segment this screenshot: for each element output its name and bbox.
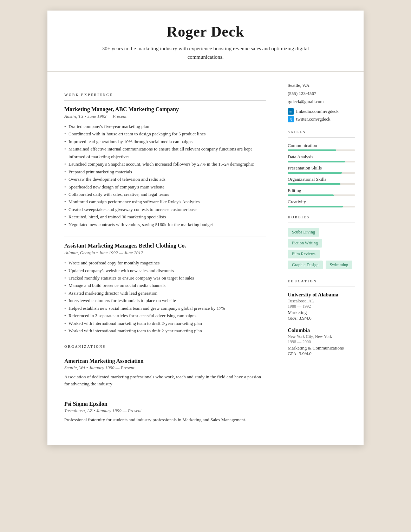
org-desc-1: Association of dedicated marketing profe… bbox=[64, 373, 266, 388]
skills-section: SKILLS Communication Data Analysis Prese… bbox=[288, 130, 355, 207]
hobbies-section: HOBBIES Scuba Diving Fiction Writing Fil… bbox=[288, 215, 355, 271]
org-desc-2: Professional fraternity for students and… bbox=[64, 416, 266, 424]
bullet: Maintained effective internal communicat… bbox=[64, 145, 266, 160]
skill-name-2: Presentation Skills bbox=[288, 165, 355, 171]
bullet: Negotiated new contracts with vendors, s… bbox=[64, 221, 266, 228]
contact-email: rgdeck@gmail.com bbox=[288, 98, 355, 106]
job-bullets-1: Drafted company's five-year marketing pl… bbox=[64, 123, 266, 228]
edu-location-1: New York City, New York bbox=[288, 334, 355, 339]
edu-block-0: University of Alabama Tuscaloosa, AL 198… bbox=[288, 292, 355, 321]
contact-city: Seattle, WA bbox=[288, 82, 355, 90]
job-block-2: Assistant Marketing Manager, Bethel Clot… bbox=[64, 243, 266, 334]
bullet: Collaborated daily with sales, creative,… bbox=[64, 191, 266, 198]
skill-row-4: Editing bbox=[288, 188, 355, 196]
skills-divider bbox=[288, 137, 355, 138]
skills-label: SKILLS bbox=[288, 130, 355, 134]
hobby-tag-2: Film Reviews bbox=[288, 250, 320, 258]
job-meta-1: Austin, TX • June 1992 — Present bbox=[64, 114, 266, 119]
candidate-name: Roger Deck bbox=[68, 23, 342, 40]
skill-bar-bg-3 bbox=[288, 183, 355, 185]
bullet: Recruited, hired, and trained 30 marketi… bbox=[64, 213, 266, 220]
work-divider bbox=[64, 100, 266, 101]
org-title-1: American Marketing Association bbox=[64, 358, 266, 364]
resume-wrapper: Roger Deck 30+ years in the marketing in… bbox=[47, 11, 364, 445]
edu-location-0: Tuscaloosa, AL bbox=[288, 299, 355, 304]
org-title-2: Psi Sigma Epsilon bbox=[64, 401, 266, 407]
job-title-2: Assistant Marketing Manager, Bethel Clot… bbox=[64, 243, 266, 249]
bullet: Tracked monthly statistics to ensure com… bbox=[64, 274, 266, 282]
contact-block: Seattle, WA (555) 123-4567 rgdeck@gmail.… bbox=[288, 82, 355, 122]
skill-name-0: Communication bbox=[288, 143, 355, 148]
org-block-1: American Marketing Association Seattle, … bbox=[64, 358, 266, 388]
skill-row-1: Data Analysis bbox=[288, 154, 355, 162]
orgs-label: ORGANIZATIONS bbox=[64, 345, 266, 348]
skill-name-1: Data Analysis bbox=[288, 154, 355, 160]
skill-bar-fill-1 bbox=[288, 161, 345, 162]
twitter-icon: 𝕏 bbox=[288, 116, 294, 122]
org-divider bbox=[64, 395, 266, 395]
bullet: Assisted marketing director with lead ge… bbox=[64, 289, 266, 297]
org-meta-2: Tuscaloosa, AZ • January 1999 — Present bbox=[64, 408, 266, 414]
edu-dates-1: 1998 — 2000 bbox=[288, 339, 355, 345]
education-label: EDUCATION bbox=[288, 279, 355, 283]
bullet: Wrote and proofread copy for monthly mag… bbox=[64, 259, 266, 267]
candidate-tagline: 30+ years in the marketing industry with… bbox=[93, 44, 318, 61]
skill-row-0: Communication bbox=[288, 143, 355, 151]
bullet: Updated company's website with new sales… bbox=[64, 267, 266, 274]
work-experience-label: WORK EXPERIENCE bbox=[64, 93, 266, 97]
hobby-tag-3: Graphic Design bbox=[288, 261, 323, 269]
job-divider bbox=[64, 237, 266, 237]
hobby-tag-4: Swimming bbox=[326, 261, 353, 269]
org-block-2: Psi Sigma Epsilon Tuscaloosa, AZ • Janua… bbox=[64, 401, 266, 424]
resume-body: WORK EXPERIENCE Marketing Manager, ABC M… bbox=[47, 72, 364, 445]
edu-gpa-0: GPA: 3.9/4.0 bbox=[288, 315, 355, 321]
skill-bar-fill-3 bbox=[288, 183, 340, 185]
skill-row-5: Creativity bbox=[288, 199, 355, 207]
bullet: Improved lead generations by 10% through… bbox=[64, 138, 266, 145]
hobby-tag-0: Scuba Diving bbox=[288, 228, 319, 237]
bullet: Launched company's Snapchat account, whi… bbox=[64, 160, 266, 168]
bullet: Spearheaded new design of company's main… bbox=[64, 183, 266, 191]
bullet: Prepared print marketing materials bbox=[64, 168, 266, 175]
job-bullets-2: Wrote and proofread copy for monthly mag… bbox=[64, 259, 266, 334]
linkedin-row: in linkedin.com/in/rgdeck bbox=[288, 108, 355, 115]
skill-bar-fill-0 bbox=[288, 149, 336, 151]
resume-main: WORK EXPERIENCE Marketing Manager, ABC M… bbox=[47, 72, 279, 445]
edu-field-1: Marketing & Communications bbox=[288, 345, 355, 351]
skill-bar-bg-0 bbox=[288, 149, 355, 151]
contact-phone: (555) 123-4567 bbox=[288, 90, 355, 98]
skill-bar-bg-2 bbox=[288, 172, 355, 174]
twitter-link: twitter.com/rgdeck bbox=[296, 116, 331, 122]
bullet: Helped establish new social media team a… bbox=[64, 305, 266, 312]
skill-bar-bg-4 bbox=[288, 194, 355, 196]
bullet: Worked with international marketing team… bbox=[64, 327, 266, 334]
bullet: Oversaw the development of television an… bbox=[64, 175, 266, 183]
edu-school-0: University of Alabama bbox=[288, 292, 355, 298]
bullet: Drafted company's five-year marketing pl… bbox=[64, 123, 266, 130]
edu-block-1: Columbia New York City, New York 1998 — … bbox=[288, 327, 355, 357]
bullet: Worked with international marketing team… bbox=[64, 320, 266, 327]
education-divider bbox=[288, 287, 355, 287]
linkedin-link: linkedin.com/in/rgdeck bbox=[296, 109, 339, 114]
job-block-1: Marketing Manager, ABC Marketing Company… bbox=[64, 106, 266, 228]
bullet: Created sweepstakes and giveaway contest… bbox=[64, 206, 266, 213]
skill-row-2: Presentation Skills bbox=[288, 165, 355, 174]
edu-school-1: Columbia bbox=[288, 327, 355, 333]
skill-bar-fill-4 bbox=[288, 194, 334, 196]
skill-bar-bg-5 bbox=[288, 206, 355, 207]
resume-sidebar: Seattle, WA (555) 123-4567 rgdeck@gmail.… bbox=[279, 72, 364, 445]
education-section: EDUCATION University of Alabama Tuscaloo… bbox=[288, 279, 355, 357]
skill-name-3: Organizational Skills bbox=[288, 177, 355, 182]
job-meta-2: Atlanta, Georgia • June 1992 — June 2012 bbox=[64, 250, 266, 256]
skill-name-5: Creativity bbox=[288, 199, 355, 205]
linkedin-icon: in bbox=[288, 108, 294, 115]
org-meta-1: Seattle, WA • January 1990 — Present bbox=[64, 365, 266, 371]
hobby-tag-1: Fiction Writing bbox=[288, 239, 322, 248]
resume-header: Roger Deck 30+ years in the marketing in… bbox=[47, 11, 364, 72]
bullet: Monitored campaign performance using sof… bbox=[64, 198, 266, 205]
hobbies-label: HOBBIES bbox=[288, 215, 355, 219]
skill-bar-fill-2 bbox=[288, 172, 342, 174]
skill-row-3: Organizational Skills bbox=[288, 177, 355, 185]
edu-gpa-1: GPA: 3.9/4.0 bbox=[288, 351, 355, 357]
edu-field-0: Marketing bbox=[288, 310, 355, 315]
